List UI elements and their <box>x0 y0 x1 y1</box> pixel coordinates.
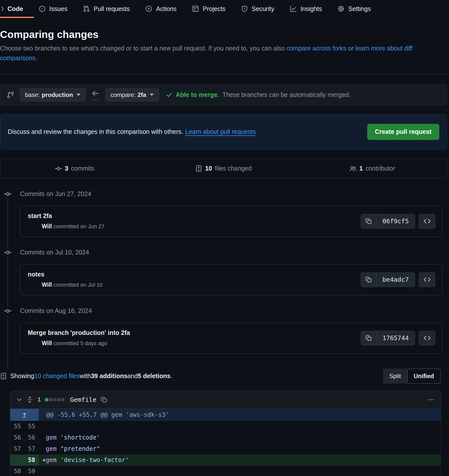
browse-code-button[interactable] <box>419 331 435 345</box>
commit-author[interactable]: Will <box>42 223 52 230</box>
collapse-file-button[interactable] <box>16 397 22 403</box>
chevron-down-icon <box>150 94 154 96</box>
expand-up-icon <box>22 412 28 418</box>
commit-author[interactable]: Will <box>42 281 52 288</box>
tab-actions[interactable]: Actions <box>138 0 184 17</box>
git-pull-request-icon <box>83 5 90 12</box>
active-tab-underline <box>0 17 34 18</box>
files-changed-stat[interactable]: 10 files changed <box>149 165 298 172</box>
commit-card: start 2fa Will committed on Jun 27 06f9c… <box>20 206 442 237</box>
description-text: or <box>346 45 355 52</box>
issue-opened-icon <box>39 5 46 12</box>
commit-controls: 1765744 <box>361 331 435 345</box>
tab-label: Code <box>8 5 23 12</box>
copy-file-path-button[interactable] <box>101 397 107 403</box>
commit-sha-link[interactable]: 1765744 <box>376 331 415 345</box>
gear-icon <box>338 5 344 12</box>
check-icon <box>166 92 172 98</box>
compare-branch-name: 2fa <box>138 91 146 98</box>
commit-author[interactable]: Will <box>42 340 52 346</box>
contributors-stat[interactable]: 1 contributor <box>298 165 447 172</box>
file-options-button[interactable] <box>428 396 434 403</box>
deletions-count: 5 deletions <box>138 372 170 380</box>
branch-compare-panel: base:production … compare:2fa Able to me… <box>0 84 447 105</box>
commits-stat[interactable]: 3 commits <box>0 165 149 172</box>
commit-card: notes Will committed on Jul 10 be4adc7 <box>20 264 442 295</box>
diff-line: 5656 gem'shortcode' <box>10 432 441 443</box>
chevron-down-icon <box>76 94 80 96</box>
base-branch-selector[interactable]: base:production <box>20 88 86 101</box>
file-name-link[interactable]: Gemfile <box>70 396 96 403</box>
kebab-horizontal-icon <box>428 396 434 403</box>
diff-line: 5757 gem"pretender" <box>10 443 441 455</box>
diff-line-content <box>39 421 441 432</box>
copy-icon <box>366 218 372 224</box>
graph-icon <box>290 5 297 12</box>
browse-code-button[interactable] <box>419 272 435 287</box>
comparison-stats-bar: 3 commits 10 files changed 1 contributor <box>0 159 447 178</box>
tab-code[interactable]: Code <box>0 0 31 17</box>
tab-settings[interactable]: Settings <box>330 0 378 17</box>
tab-label: Actions <box>156 5 176 12</box>
compare-branch-selector[interactable]: compare:2fa <box>105 88 159 101</box>
diffstat-neutral-square <box>53 398 56 401</box>
copy-sha-button[interactable] <box>361 273 376 287</box>
commit-sha-group: 1765744 <box>361 331 415 345</box>
commit-timeline: Commits on Jun 27, 2024 start 2fa Will c… <box>0 190 449 354</box>
page-title: Comparing changes <box>0 29 449 40</box>
diffstat-neutral-square <box>49 398 52 401</box>
file-diff-panel: 1 Gemfile @@ -55,6 +55,7 @@ gem 'aws-sdk… <box>10 391 441 476</box>
copy-icon <box>366 276 372 283</box>
commit-sha-link[interactable]: be4adc7 <box>376 273 415 287</box>
tab-pull-requests[interactable]: Pull requests <box>75 0 138 17</box>
files-changed-summary: Showing 10 changed files with 39 additio… <box>0 369 440 384</box>
file-diff-icon <box>0 373 7 380</box>
diffstat-addition-square <box>45 398 48 401</box>
diff-line-content: gem"pretender" <box>39 443 441 455</box>
commit-sha-link[interactable]: 06f9cf5 <box>376 214 415 228</box>
learn-about-pull-requests-link[interactable]: Learn about pull requests <box>185 128 256 135</box>
commit-date-heading: Commits on Aug 16, 2024 <box>0 307 449 315</box>
split-view-button[interactable]: Split <box>383 369 407 384</box>
commits-count: 3 <box>65 165 68 172</box>
tab-security[interactable]: Security <box>233 0 282 17</box>
git-compare-icon <box>7 91 14 99</box>
tab-label: Projects <box>203 5 225 12</box>
copy-sha-button[interactable] <box>361 214 376 228</box>
copy-sha-button[interactable] <box>361 331 376 345</box>
unified-view-button[interactable]: Unified <box>407 369 440 384</box>
table-icon <box>192 5 199 12</box>
diffstat-squares <box>45 398 64 401</box>
compare-label: compare: <box>110 91 136 98</box>
pull-request-banner: Discuss and review the changes in this c… <box>0 114 447 149</box>
repo-tab-bar: Code Issues Pull requests Actions Projec… <box>0 0 449 18</box>
tab-label: Security <box>252 5 274 12</box>
base-label: base: <box>25 91 40 98</box>
header-divider <box>0 74 449 74</box>
file-diff-icon <box>195 165 202 172</box>
tab-label: Insights <box>300 5 322 12</box>
description-text: Choose two branches to see what’s change… <box>0 45 286 52</box>
code-icon <box>0 5 4 12</box>
tab-insights[interactable]: Insights <box>282 0 330 17</box>
contributors-count: 1 <box>359 165 363 172</box>
compare-across-forks-link[interactable]: compare across forks <box>286 45 346 52</box>
merge-detail-text: These branches can be automatically merg… <box>222 91 350 98</box>
browse-code-button[interactable] <box>419 214 435 229</box>
diff-view-toggle: Split Unified <box>383 369 440 384</box>
commit-controls: 06f9cf5 <box>361 214 435 229</box>
chevron-down-icon <box>16 397 22 403</box>
git-commit-node-icon <box>4 190 12 198</box>
able-to-merge-text: Able to merge. <box>176 91 219 98</box>
people-icon <box>350 165 356 172</box>
commit-controls: be4adc7 <box>361 272 435 287</box>
changed-files-link[interactable]: 10 changed files <box>34 372 80 380</box>
hunk-header-text: @@ -55,6 +55,7 @@ gem 'aws-sdk-s3' <box>39 409 441 421</box>
create-pull-request-button[interactable]: Create pull request <box>367 124 439 140</box>
unfold-file-icon[interactable] <box>26 396 33 403</box>
tab-issues[interactable]: Issues <box>31 0 75 17</box>
tab-label: Settings <box>348 5 371 12</box>
expand-hunk-button[interactable] <box>10 409 39 421</box>
commit-sha-group: be4adc7 <box>361 272 415 287</box>
tab-projects[interactable]: Projects <box>184 0 233 17</box>
